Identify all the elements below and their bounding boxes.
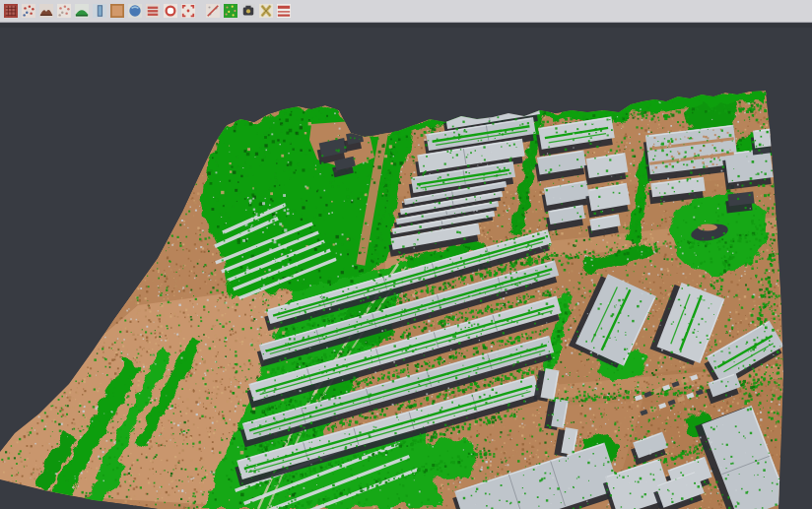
terrain-tile — [0, 90, 804, 509]
section-icon[interactable] — [205, 4, 220, 19]
export-icon[interactable] — [258, 4, 273, 19]
classification-icon[interactable] — [223, 4, 237, 19]
target-ring-icon[interactable] — [163, 4, 177, 19]
orthophoto-icon[interactable] — [109, 4, 124, 19]
raster-red-icon[interactable] — [3, 4, 18, 19]
snapshot-icon[interactable] — [240, 4, 255, 19]
scatter-points-icon[interactable] — [21, 4, 35, 19]
report-icon[interactable] — [276, 4, 291, 19]
sparse-points-icon[interactable] — [56, 4, 71, 19]
main-toolbar — [0, 0, 812, 23]
layers-icon[interactable] — [145, 4, 160, 19]
toolbar-separator — [0, 24, 812, 28]
globe-icon[interactable] — [127, 4, 142, 19]
terrain-model-icon[interactable] — [38, 4, 53, 19]
dtm-green-icon[interactable] — [74, 4, 89, 19]
profile-icon[interactable] — [92, 4, 106, 19]
fit-extent-icon[interactable] — [180, 4, 195, 19]
point-cloud-3d-viewport[interactable] — [0, 0, 812, 509]
toolbar-group-separator — [198, 4, 205, 19]
